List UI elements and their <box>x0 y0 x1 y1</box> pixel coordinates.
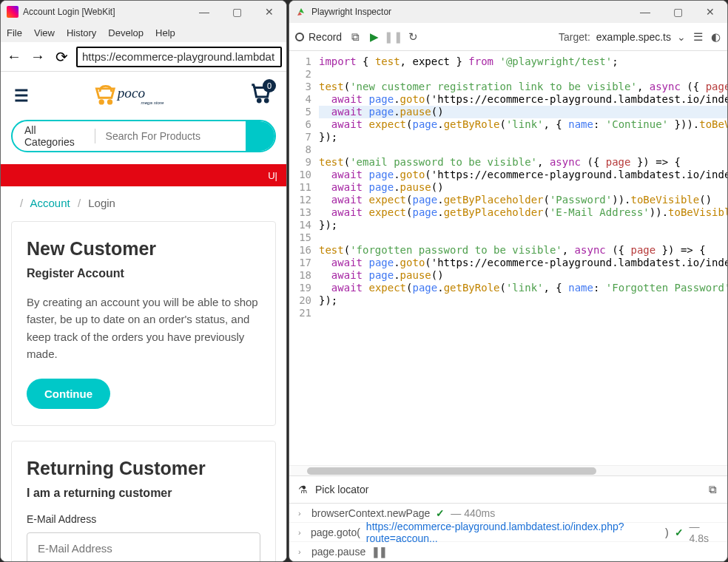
menu-view[interactable]: View <box>34 27 55 38</box>
code-line[interactable]: }); <box>319 131 727 143</box>
maximize-button[interactable]: ▢ <box>226 4 248 19</box>
menu-icon[interactable]: ☰ <box>692 31 704 43</box>
code-editor[interactable]: 123456789101112131415161718192021 import… <box>289 51 727 465</box>
browser-titlebar[interactable]: Account Login [WebKit] — ▢ ✕ <box>1 1 286 23</box>
menu-file[interactable]: File <box>7 27 22 38</box>
search-bar: All Categories <box>11 120 276 152</box>
pick-locator-bar[interactable]: ⚗ Pick locator ⧉ <box>289 475 727 504</box>
flask-icon: ⚗ <box>298 484 308 495</box>
minimize-button[interactable]: — <box>193 4 215 19</box>
code-line[interactable] <box>319 231 727 244</box>
copy-locator-icon[interactable]: ⧉ <box>707 484 718 495</box>
menu-help[interactable]: Help <box>155 27 175 38</box>
svg-text:poco: poco <box>115 85 145 101</box>
inspector-window: Playwright Inspector — ▢ ✕ Record ⧉ ▶ ❚❚… <box>289 0 728 562</box>
promo-text: U| <box>268 170 277 181</box>
code-line[interactable]: test('forgotten password to be visible',… <box>319 244 727 257</box>
page-content: ☰ poco mega store 0 <box>1 72 286 561</box>
code-line[interactable]: await page.goto('https://ecommerce-playg… <box>319 257 727 269</box>
log-duration: — 440ms <box>451 507 495 519</box>
code-line[interactable]: import { test, expect } from '@playwrigh… <box>319 55 727 68</box>
close-button[interactable]: ✕ <box>258 4 280 19</box>
log-action-name: page.pause <box>311 546 365 558</box>
returning-customer-card: Returning Customer I am a returning cust… <box>11 441 276 561</box>
code-content[interactable]: import { test, expect } from '@playwrigh… <box>316 51 727 465</box>
new-customer-card: New Customer Register Account By creatin… <box>11 221 276 426</box>
chevron-right-icon: › <box>298 547 306 556</box>
category-selector[interactable]: All Categories <box>13 129 95 143</box>
code-line[interactable]: await expect(page.getByRole('link', { na… <box>319 118 727 131</box>
playwright-icon <box>295 6 307 18</box>
record-button[interactable]: Record <box>295 31 342 43</box>
chevron-right-icon: › <box>298 509 306 518</box>
target-label: Target: <box>559 31 590 43</box>
back-button[interactable]: ← <box>5 48 23 66</box>
promo-strip: U| <box>1 164 286 186</box>
code-line[interactable]: await page.pause() <box>319 106 727 118</box>
menu-history[interactable]: History <box>67 27 96 38</box>
webkit-icon <box>7 6 18 18</box>
code-line[interactable]: await page.pause() <box>319 181 727 194</box>
step-over-icon[interactable]: ↻ <box>407 31 419 43</box>
reload-button[interactable]: ⟳ <box>53 48 70 66</box>
code-line[interactable]: await expect(page.getByPlaceholder('E-Ma… <box>319 206 727 219</box>
log-row[interactable]: ›page.goto(https://ecommerce-playground.… <box>289 523 727 542</box>
copy-icon[interactable]: ⧉ <box>349 31 361 43</box>
browser-menubar: File View History Develop Help <box>1 23 286 42</box>
theme-toggle-icon[interactable]: ◐ <box>710 31 721 43</box>
email-field[interactable] <box>27 532 260 561</box>
code-line[interactable]: await page.goto('https://ecommerce-playg… <box>319 169 727 181</box>
inspector-title: Playwright Inspector <box>311 7 630 17</box>
code-line[interactable] <box>319 68 727 81</box>
browser-navbar: ← → ⟳ https://ecommerce-playground.lambd… <box>1 42 286 72</box>
close-button[interactable]: ✕ <box>699 4 721 19</box>
chevron-down-icon[interactable]: ⌄ <box>677 31 686 43</box>
store-logo[interactable]: poco mega store <box>94 84 186 109</box>
code-line[interactable]: await expect(page.getByRole('link', { na… <box>319 282 727 294</box>
target-file-selector[interactable]: example.spec.ts <box>596 31 671 43</box>
forward-button[interactable]: → <box>29 48 47 66</box>
hamburger-menu-icon[interactable]: ☰ <box>14 87 29 106</box>
horizontal-scrollbar[interactable] <box>289 465 727 475</box>
continue-button[interactable]: Continue <box>27 379 110 409</box>
breadcrumb-sep: / <box>78 197 81 209</box>
new-customer-body: By creating an account you will be able … <box>27 294 260 362</box>
window-title: Account Login [WebKit] <box>23 7 189 17</box>
code-line[interactable]: test('email password to be visible', asy… <box>319 156 727 169</box>
log-duration: — 4.8s <box>690 521 718 544</box>
menu-develop[interactable]: Develop <box>108 27 144 38</box>
code-line[interactable]: }); <box>319 294 727 307</box>
check-icon: ✓ <box>436 507 445 519</box>
svg-point-1 <box>108 100 112 104</box>
cart-count-badge: 0 <box>263 79 276 92</box>
breadcrumb-sep: / <box>20 197 23 209</box>
pause-indicator-icon: ❚❚ <box>371 546 386 558</box>
pick-locator-label: Pick locator <box>315 484 368 495</box>
code-line[interactable] <box>319 143 727 156</box>
code-line[interactable]: await page.pause() <box>319 269 727 282</box>
breadcrumb: / Account / Login <box>1 186 286 221</box>
code-line[interactable]: test('new customer registration link to … <box>319 81 727 93</box>
svg-point-4 <box>257 99 260 102</box>
maximize-button[interactable]: ▢ <box>667 4 689 19</box>
check-icon: ✓ <box>675 527 684 538</box>
breadcrumb-account[interactable]: Account <box>30 197 70 209</box>
returning-customer-title: Returning Customer <box>27 458 260 479</box>
log-action-name: browserContext.newPage <box>311 507 430 519</box>
pause-icon[interactable]: ❚❚ <box>388 31 400 43</box>
log-url[interactable]: https://ecommerce-playground.lambdatest.… <box>366 521 659 544</box>
cart-icon[interactable]: 0 <box>251 82 273 109</box>
code-line[interactable]: await page.goto('https://ecommerce-playg… <box>319 93 727 106</box>
resume-icon[interactable]: ▶ <box>368 31 380 43</box>
minimize-button[interactable]: — <box>634 4 656 19</box>
log-action-name: page.goto( <box>311 527 360 538</box>
code-line[interactable] <box>319 307 727 319</box>
code-line[interactable]: }); <box>319 219 727 231</box>
browser-window: Account Login [WebKit] — ▢ ✕ File View H… <box>0 0 287 562</box>
search-button[interactable] <box>246 120 276 152</box>
inspector-titlebar[interactable]: Playwright Inspector — ▢ ✕ <box>289 1 727 23</box>
log-row[interactable]: ›page.pause❚❚ <box>289 542 727 561</box>
search-input[interactable] <box>95 130 246 142</box>
code-line[interactable]: await expect(page.getByPlaceholder('Pass… <box>319 194 727 206</box>
url-input[interactable]: https://ecommerce-playground.lambdat <box>76 47 282 67</box>
